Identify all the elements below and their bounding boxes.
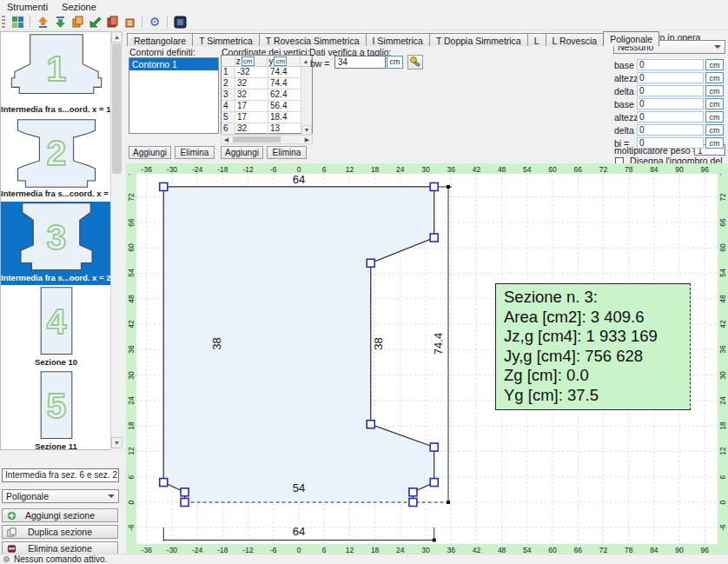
scrollbar-thumb[interactable] — [233, 136, 281, 143]
section-item-1[interactable]: 1Intermedia fra s...oord. x = 150.00 — [1, 33, 111, 116]
tab-t-rovescia-simmetrica[interactable]: T Rovescia Simmetrica — [259, 33, 367, 46]
cell-z[interactable]: -32 — [235, 67, 268, 78]
table-row[interactable]: 33262.4 — [222, 90, 301, 101]
field-input[interactable]: 0 — [637, 98, 704, 109]
section-item-5[interactable]: 5Sezione 11 — [1, 370, 111, 449]
duplicate-section-button[interactable]: Duplica sezione — [2, 525, 118, 539]
vertex-table[interactable]: zcm ycm ▲ 1-3274.423274.433262.441756.45… — [221, 55, 313, 134]
vertex-add-button[interactable]: Aggiungi — [221, 146, 263, 159]
vertex-handle[interactable] — [409, 499, 417, 507]
cell-y[interactable]: 13 — [268, 123, 301, 135]
table-row[interactable]: 1-3274.4 — [222, 67, 301, 78]
section-item-2[interactable]: 2Intermedia fra s...coord. x = 43.00 — [1, 117, 111, 201]
field-input[interactable]: 0 — [637, 85, 704, 96]
tab-poligonale[interactable]: Poligonale — [603, 31, 659, 46]
delete-icon — [7, 544, 17, 554]
contorni-listbox[interactable]: Contorno 1 — [129, 57, 219, 134]
vertex-handle[interactable] — [409, 488, 417, 496]
menu-strumenti[interactable]: Strumenti — [0, 1, 55, 13]
vertex-delete-button[interactable]: Elimina — [267, 146, 307, 159]
unit-box[interactable]: cm — [705, 85, 724, 96]
field-input[interactable]: 0 — [637, 111, 704, 123]
verify-arrow-icon[interactable] — [87, 15, 103, 29]
ruler-tick-label: 36 — [127, 342, 136, 356]
cell-z[interactable]: 32 — [235, 123, 268, 135]
vertex-handle[interactable] — [181, 488, 189, 496]
field-input[interactable]: 0 — [637, 72, 704, 83]
table-row[interactable]: 63213 — [222, 123, 301, 135]
unit-cell[interactable]: cm — [274, 56, 287, 66]
field-input[interactable]: 0 — [637, 59, 704, 70]
tab-i-simmetrica[interactable]: I Simmetrica — [366, 33, 430, 46]
cell-z[interactable]: 32 — [235, 78, 268, 90]
unit-box[interactable]: cm — [705, 137, 724, 149]
cell-y[interactable]: 18.4 — [268, 112, 301, 123]
unit-box[interactable]: cm — [705, 111, 724, 123]
scrollbar-thumb[interactable] — [112, 43, 122, 174]
settings-gear-icon[interactable]: ⚙ — [147, 15, 162, 29]
sidebar-scrollbar[interactable]: ▲ ▼ — [110, 31, 122, 450]
table-row[interactable]: 23274.4 — [222, 78, 301, 90]
contorno-add-button[interactable]: Aggiungi — [129, 146, 171, 159]
tab-rettangolare[interactable]: Rettangolare — [127, 33, 193, 46]
app-dark-icon[interactable] — [172, 15, 188, 29]
export-down-icon[interactable] — [52, 15, 68, 29]
vertex-handle[interactable] — [430, 234, 438, 242]
vertex-handle[interactable] — [160, 479, 168, 487]
cell-z[interactable]: 32 — [235, 90, 268, 101]
unit-box[interactable]: cm — [705, 98, 724, 109]
scroll-up-icon[interactable]: ▲ — [111, 31, 122, 43]
scroll-right-icon[interactable]: ▶ — [302, 136, 312, 143]
unit-cell[interactable]: cm — [242, 56, 255, 66]
cell-z[interactable]: 17 — [235, 112, 268, 123]
list-item[interactable]: Contorno 1 — [129, 58, 218, 70]
table-row[interactable]: 41756.4 — [222, 101, 301, 112]
vertex-handle[interactable] — [181, 499, 189, 507]
tab-l[interactable]: L — [527, 33, 546, 46]
toolbar-grip[interactable] — [2, 16, 5, 28]
cell-z[interactable]: 17 — [235, 101, 268, 112]
import-up-icon[interactable] — [35, 15, 50, 29]
table-hscrollbar[interactable]: ◀ ▶ — [221, 135, 313, 144]
section-item-4[interactable]: 4Sezione 10 — [1, 286, 111, 369]
scroll-left-icon[interactable]: ◀ — [222, 136, 231, 143]
report-small-icon[interactable] — [122, 15, 137, 29]
report-red-icon[interactable] — [104, 15, 120, 29]
tab-l-rovescia[interactable]: L Rovescia — [546, 33, 605, 46]
sections-grid-icon[interactable] — [10, 15, 25, 29]
copy-orange-icon[interactable] — [69, 15, 85, 29]
cell-y[interactable]: 56.4 — [268, 101, 301, 112]
cell-y[interactable]: 74.4 — [268, 67, 301, 78]
field-input[interactable]: 0 — [637, 124, 704, 136]
table-vscrollbar[interactable]: ▲▼ — [301, 67, 312, 135]
ruler-left: 78726660544842363024181260-6 — [126, 174, 136, 544]
scroll-down-icon[interactable]: ▼ — [111, 437, 122, 448]
unit-box[interactable]: cm — [705, 72, 724, 83]
ruler-tick-label: 42 — [718, 317, 727, 331]
tab-t-simmetrica[interactable]: T Simmetrica — [192, 33, 260, 46]
vertex-handle[interactable] — [430, 182, 438, 190]
unit-box[interactable]: cm — [705, 59, 724, 70]
contorno-delete-button[interactable]: Elimina — [175, 146, 215, 159]
section-type-select[interactable]: Poligonale — [2, 489, 119, 503]
vertex-handle[interactable] — [367, 259, 374, 267]
scroll-down-icon[interactable]: ▼ — [301, 125, 312, 135]
cell-y[interactable]: 74.4 — [268, 78, 301, 90]
section-name-input[interactable]: Intermedia fra sez. 6 e sez. 2 a coord. … — [2, 468, 119, 482]
cell-y[interactable]: 62.4 — [268, 90, 301, 101]
bw-tool-button[interactable] — [407, 55, 423, 70]
section-item-3[interactable]: 3Intermedia fra s...oord. x = 235.00 — [1, 202, 111, 285]
vertex-handle[interactable] — [430, 443, 438, 451]
vertex-handle[interactable] — [430, 479, 438, 487]
menu-sezione[interactable]: Sezione — [55, 1, 103, 13]
table-row[interactable]: 51718.4 — [222, 112, 301, 123]
section-polygon[interactable] — [163, 187, 434, 502]
unit-box[interactable]: cm — [705, 124, 724, 136]
vertex-handle[interactable] — [160, 182, 168, 190]
bw-input[interactable]: 34 — [334, 56, 386, 69]
add-section-button[interactable]: Aggiungi sezione — [2, 508, 118, 522]
tab-t-doppia-simmetrica[interactable]: T Doppia Simmetrica — [429, 33, 528, 46]
bw-unit-box[interactable]: cm — [387, 56, 403, 69]
field-input[interactable]: 0 — [637, 137, 704, 149]
vertex-handle[interactable] — [367, 421, 374, 428]
